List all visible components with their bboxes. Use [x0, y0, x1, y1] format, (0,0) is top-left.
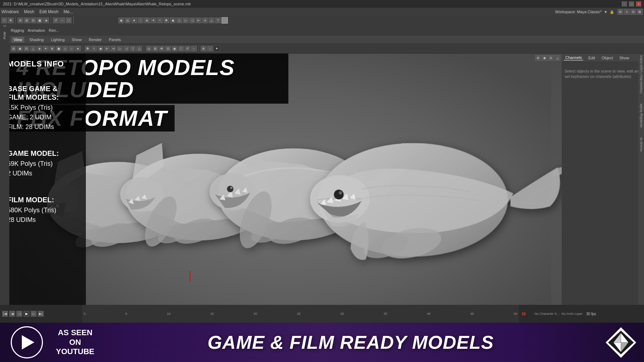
tb3-i5[interactable]: ◈	[36, 46, 42, 51]
tab-pvw[interactable]: PVW	[3, 30, 6, 41]
minimize-button[interactable]: −	[622, 1, 627, 6]
tb3-i30[interactable]: ○	[207, 46, 213, 51]
subtab-lighting[interactable]: Lighting	[49, 37, 67, 43]
workspace-icon-3[interactable]: ⊟	[630, 9, 636, 15]
tb3-i25[interactable]: ◉	[172, 46, 177, 51]
tb3-i20[interactable]: △	[136, 46, 142, 51]
tb3-i13[interactable]: ✧	[91, 46, 97, 51]
workspace-icon-4[interactable]: ⊠	[637, 9, 643, 15]
right-panel: Channels Edit Object Show Select objects…	[562, 54, 644, 341]
game-model-title: GAME MODEL:	[7, 149, 79, 158]
vp-icon-4[interactable]: △	[555, 55, 560, 61]
tb1-r13[interactable]: ⊳	[196, 18, 201, 23]
tb3-i29[interactable]: ⊕	[201, 46, 206, 51]
tl-step-fwd[interactable]: ▷	[31, 311, 36, 317]
menu-mesh[interactable]: Mesh	[24, 9, 34, 14]
tb1-r15[interactable]: △	[209, 18, 214, 23]
tb1-r10[interactable]: ◇	[176, 18, 182, 23]
tl-goto-start[interactable]: |◀	[2, 311, 8, 317]
tb3-i16[interactable]: ⊲	[111, 46, 116, 51]
tb1-icon6[interactable]: ▣	[37, 18, 43, 23]
tl-goto-end[interactable]: ▶|	[38, 311, 44, 317]
tb3-i22[interactable]: ⊞	[152, 46, 158, 51]
workspace-icon-1[interactable]: ⊞	[618, 9, 623, 15]
tb3-i3[interactable]: ⊟	[24, 46, 29, 51]
tb3-i18[interactable]: ◁	[123, 46, 129, 51]
rp-tab-channels[interactable]: Channels	[564, 55, 583, 60]
tb1-r2[interactable]: ◎	[125, 18, 131, 23]
vp-icon-1[interactable]: ⊞	[535, 55, 541, 61]
tl-play-back[interactable]: ◁	[16, 311, 22, 317]
tb3-i27[interactable]: ↺	[185, 46, 190, 51]
tb3-i15[interactable]: ⊳	[104, 46, 110, 51]
tb2-ren[interactable]: Ren...	[49, 28, 59, 33]
tb3-i7[interactable]: ⊕	[49, 46, 55, 51]
tl-ruler[interactable]: 0 5 10 15 20 25 30 35 40 45 50	[82, 305, 519, 323]
tb3-dropdown[interactable]: ▼	[214, 45, 220, 52]
maximize-button[interactable]: □	[629, 1, 634, 6]
vp-icon-3[interactable]: ⊟	[548, 55, 554, 61]
rp-tab-object[interactable]: Object	[600, 55, 614, 60]
vp-icon-2[interactable]: ◉	[542, 55, 547, 61]
close-button[interactable]: ×	[636, 1, 641, 6]
tb1-r4[interactable]: ○	[138, 18, 143, 23]
tb1-icon8[interactable]: ↺	[53, 18, 59, 23]
tb1-icon4[interactable]: ⊞	[24, 18, 30, 23]
tb1-r16[interactable]: ▽	[215, 18, 221, 23]
tb3-i10[interactable]: ○	[69, 46, 74, 51]
tb1-r3[interactable]: ●	[131, 18, 137, 23]
tb1-r14[interactable]: ⊲	[202, 18, 208, 23]
menu-edit-mesh[interactable]: Edit Mesh	[39, 9, 58, 14]
subtab-shading[interactable]: Shading	[27, 37, 46, 43]
subtab-show[interactable]: Show	[70, 37, 84, 43]
tb1-icon10[interactable]: ⬡	[66, 18, 72, 23]
tb1-r1[interactable]: ◉	[118, 18, 124, 23]
tb3-i14[interactable]: ◆	[98, 46, 103, 51]
tb1-r9[interactable]: ◆	[170, 18, 176, 23]
tb1-icon7[interactable]: ◈	[43, 18, 49, 23]
tl-step-back[interactable]: ◀	[9, 311, 15, 317]
tb3-i2[interactable]: ◉	[17, 46, 23, 51]
tb2-rigging[interactable]: Rigging	[11, 28, 24, 33]
subtab-render[interactable]: Render	[87, 37, 104, 43]
menu-windows[interactable]: Windows	[1, 9, 19, 14]
tb1-dropdown[interactable]	[221, 17, 228, 24]
tb3-i11[interactable]: ●	[75, 46, 81, 51]
tb1-icon3[interactable]: ⊕	[18, 18, 23, 23]
tb1-icon9[interactable]: ↔	[59, 18, 65, 23]
tb1-select[interactable]: ⬡	[1, 18, 7, 23]
tb1-r7[interactable]: ✧	[157, 18, 163, 23]
tb1-icon5[interactable]: ⊟	[30, 18, 36, 23]
tb3-i9[interactable]: ◇	[62, 46, 68, 51]
svg-point-27	[227, 186, 233, 192]
tb3-i4[interactable]: △	[30, 46, 36, 51]
tb3-i8[interactable]: ▣	[56, 46, 62, 51]
film-udims: 28 UDIMs	[7, 215, 79, 225]
subtab-view[interactable]: View	[11, 37, 24, 43]
tb3-i12[interactable]: ✤	[85, 46, 91, 51]
tb1-r12[interactable]: ◁	[189, 18, 195, 23]
tl-play-fwd[interactable]: ▶	[24, 311, 29, 317]
rp-tab-show[interactable]: Show	[618, 55, 631, 60]
tb3-i1[interactable]: ⊞	[11, 46, 16, 51]
tb3-i23[interactable]: ✥	[159, 46, 165, 51]
menu-me[interactable]: Me...	[63, 9, 73, 14]
tb3-i26[interactable]: ⬡	[178, 46, 184, 51]
tb1-r11[interactable]: ▷	[183, 18, 189, 23]
tb3-i6[interactable]: ✦	[43, 46, 49, 51]
play-button[interactable]	[11, 326, 43, 358]
tb1-move[interactable]: ✥	[8, 18, 14, 23]
tb3-i28[interactable]: ↔	[191, 46, 197, 51]
svg-point-40	[338, 191, 342, 194]
tb1-r8[interactable]: ✤	[164, 18, 169, 23]
subtab-panels[interactable]: Panels	[107, 37, 123, 43]
tb3-i17[interactable]: ▷	[117, 46, 123, 51]
rp-tab-edit[interactable]: Edit	[587, 55, 596, 60]
tb1-r6[interactable]: ✦	[151, 18, 156, 23]
tb3-i19[interactable]: ▽	[130, 46, 136, 51]
tb3-i21[interactable]: ◎	[146, 46, 152, 51]
tb2-animation[interactable]: Animation	[28, 28, 45, 33]
workspace-icon-2[interactable]: ≡	[624, 9, 630, 15]
tb3-i24[interactable]: ⊟	[165, 46, 171, 51]
tb1-r5[interactable]: ⊕	[144, 18, 150, 23]
